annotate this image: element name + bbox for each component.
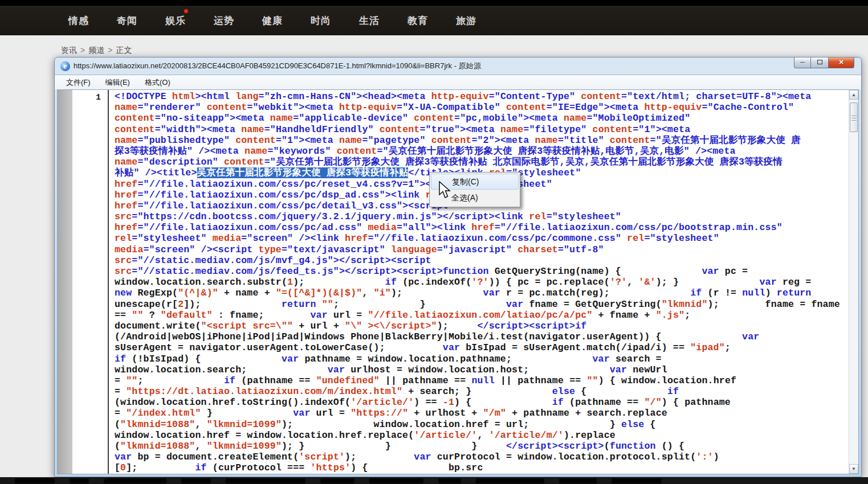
nav-item-5[interactable]: 健康 bbox=[262, 14, 283, 27]
scroll-down-button[interactable]: ▼ bbox=[849, 464, 858, 474]
code-line: new RegExp("(^|&)" + name + "=([^&]*)(&|… bbox=[115, 288, 848, 298]
maximize-button[interactable] bbox=[811, 58, 828, 68]
context-menu: 复制(C)全选(A) bbox=[429, 172, 520, 207]
code-line: src="//static.mediav.com/js/mvf_g4.js"><… bbox=[115, 255, 848, 266]
menu-1[interactable]: 文件(F) bbox=[63, 76, 94, 89]
nav-item-4[interactable]: 运势 bbox=[214, 14, 234, 27]
code-line: content="no-siteapp"><meta name="applica… bbox=[115, 113, 848, 124]
code-line: name="renderer" content="webkit"><meta h… bbox=[115, 102, 848, 113]
code-line: unescape(r[2]); return ""; } var fname =… bbox=[115, 299, 848, 310]
breadcrumb-item-2[interactable]: 频道 bbox=[88, 46, 104, 55]
code-line: (window.location.href.toString().indexOf… bbox=[115, 397, 848, 408]
code-line: 探3等获疫情补贴" /><meta name="keywords" conten… bbox=[115, 146, 848, 157]
code-line: document.write("<script src=\"" + url + … bbox=[115, 321, 848, 331]
breadcrumb-item-1[interactable]: 资讯 bbox=[61, 46, 77, 55]
code-line: = ""; if (pathname == "undefined" || pat… bbox=[115, 375, 848, 386]
nav-item-9[interactable]: 旅游 bbox=[456, 14, 476, 27]
code-line: window.location.href = window.location.h… bbox=[115, 430, 848, 441]
code-line: name="publishedtype" content="1"><meta n… bbox=[115, 135, 848, 146]
code-line: window.location.search; var urlhost = wi… bbox=[115, 364, 848, 375]
nav-item-1[interactable]: 情感 bbox=[68, 14, 89, 27]
source-code[interactable]: <!DOCTYPE html><html lang="zh-cmn-Hans-C… bbox=[115, 91, 848, 474]
background-page-strip bbox=[0, 477, 868, 484]
new-badge-dot-icon bbox=[184, 9, 188, 13]
context-menu-items: 复制(C)全选(A) bbox=[431, 174, 519, 206]
nav-item-7[interactable]: 生活 bbox=[359, 14, 380, 27]
nav-item-2[interactable]: 奇闻 bbox=[117, 14, 137, 27]
code-line: ("lkmnid=1088", "lkmnid=1099"); window.l… bbox=[115, 419, 848, 430]
code-line: sUserAgent = navigator.userAgent.toLower… bbox=[115, 342, 848, 353]
window-titlebar[interactable]: e https://www.latiaozixun.net/20200813/2… bbox=[55, 58, 861, 75]
scrollbar-thumb[interactable] bbox=[850, 102, 858, 132]
context-menu-item-2[interactable]: 全选(A) bbox=[431, 190, 519, 206]
breadcrumb: 资讯>频道>正文 bbox=[60, 46, 133, 56]
line-number: 1 bbox=[72, 90, 108, 103]
top-nav: 情感奇闻娱乐运势健康时尚生活教育旅游 bbox=[0, 6, 868, 35]
code-line: (/Android|webOS|iPhone|iPod|iPad|Windows… bbox=[115, 331, 848, 342]
scroll-up-button[interactable]: ▲ bbox=[849, 90, 858, 100]
top-black-strip bbox=[0, 0, 868, 6]
breadcrumb-item-3[interactable]: 正文 bbox=[116, 46, 132, 55]
menu-2[interactable]: 编辑(E) bbox=[102, 76, 133, 89]
code-line: content="width"><meta name="HandheldFrie… bbox=[115, 124, 848, 135]
code-line: = "/index.html" } var url = "https://" +… bbox=[115, 408, 848, 419]
code-line: window.location.search.substr(1); if (pc… bbox=[115, 277, 848, 288]
breadcrumb-separator: > bbox=[108, 46, 112, 55]
code-line: src="https://cdn.bootcss.com/jquery/3.2.… bbox=[115, 211, 848, 222]
source-view-area: 1 <!DOCTYPE html><html lang="zh-cmn-Hans… bbox=[57, 89, 859, 474]
vertical-scrollbar[interactable]: ▲ ▼ bbox=[849, 90, 858, 474]
code-line: [0]; if (curProtocol === 'https') { bp.s… bbox=[115, 462, 848, 473]
code-line: var bp = document.createElement('script'… bbox=[115, 452, 848, 462]
gutter-strip bbox=[58, 90, 72, 474]
breadcrumb-separator: > bbox=[80, 46, 85, 55]
line-number-gutter: 1 bbox=[72, 90, 109, 474]
window-controls: ─ ✕ bbox=[794, 58, 854, 68]
code-line: href="//file.latiaozixun.com/css/pc/ad.c… bbox=[115, 222, 848, 233]
close-button[interactable]: ✕ bbox=[828, 58, 854, 68]
source-viewer-window: e https://www.latiaozixun.net/20200813/2… bbox=[54, 57, 862, 477]
code-line: name="description" content="吴京任第十届北影节形象大… bbox=[115, 157, 848, 167]
nav-item-8[interactable]: 教育 bbox=[407, 14, 428, 27]
maximize-icon bbox=[817, 60, 822, 64]
code-line: == "" ? "default" : fname; var url = "//… bbox=[115, 310, 848, 321]
internet-explorer-icon: e bbox=[60, 61, 70, 71]
code-line: rel="stylesheet" media="screen" /><link … bbox=[115, 233, 848, 244]
code-line: media="screen" /><script type="text/java… bbox=[115, 244, 848, 255]
nav-item-3[interactable]: 娱乐 bbox=[165, 14, 186, 27]
context-menu-item-1[interactable]: 复制(C) bbox=[431, 174, 519, 190]
code-line: if (!bIsIpad) { var pathname = window.lo… bbox=[115, 354, 848, 364]
nav-item-6[interactable]: 时尚 bbox=[311, 14, 331, 27]
selected-text: 吴京任第十届北影节形象大使 唐探3等获疫情补贴 bbox=[197, 167, 409, 178]
minimize-button[interactable]: ─ bbox=[794, 58, 811, 68]
code-line: ("lkmnid=1088", "lkmnid=1099"); } } } </… bbox=[115, 441, 848, 452]
menu-bar: 文件(F)编辑(E)格式(O) bbox=[55, 75, 861, 89]
code-line: = "https://dt.latiao.latiaozixun.com/m/i… bbox=[115, 386, 848, 397]
window-title: https://www.latiaozixun.net/20200813/2BC… bbox=[74, 61, 481, 71]
code-line: <!DOCTYPE html><html lang="zh-cmn-Hans-C… bbox=[115, 91, 848, 102]
code-line: src="//static.mediav.com/js/feed_ts.js">… bbox=[115, 266, 848, 277]
menu-3[interactable]: 格式(O) bbox=[141, 76, 174, 89]
